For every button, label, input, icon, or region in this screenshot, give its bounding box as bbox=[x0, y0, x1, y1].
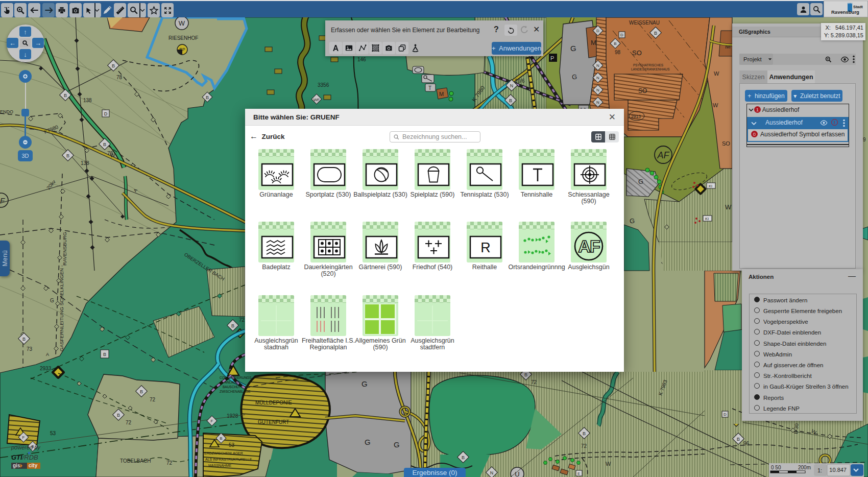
svg-text:1:: 1: bbox=[817, 467, 822, 473]
svg-text:W: W bbox=[713, 102, 718, 108]
svg-text:N: N bbox=[596, 63, 599, 68]
svg-text:F: F bbox=[22, 435, 25, 440]
svg-text:G: G bbox=[630, 217, 635, 225]
svg-text:A: A bbox=[46, 352, 49, 357]
svg-text:D: D bbox=[104, 111, 108, 116]
svg-text:B: B bbox=[231, 323, 234, 328]
svg-text:138: 138 bbox=[81, 160, 89, 166]
svg-text:B: B bbox=[654, 31, 657, 36]
svg-text:B: B bbox=[66, 153, 69, 158]
svg-text:PSYCHATRISCHES: PSYCHATRISCHES bbox=[633, 63, 664, 67]
svg-text:MASSNAHME: MASSNAHME bbox=[208, 464, 231, 467]
svg-text:72: 72 bbox=[166, 460, 173, 466]
svg-text:F: F bbox=[211, 419, 213, 423]
svg-text:G: G bbox=[361, 379, 368, 388]
svg-text:M: M bbox=[591, 39, 596, 46]
svg-text:200m: 200m bbox=[798, 465, 811, 470]
svg-text:B: B bbox=[140, 389, 143, 394]
svg-text:10/6: 10/6 bbox=[515, 78, 525, 84]
svg-text:B: B bbox=[524, 372, 527, 377]
svg-text:W: W bbox=[606, 461, 611, 467]
svg-text:LANDESKRANKENHAUS: LANDESKRANKENHAUS bbox=[631, 67, 670, 71]
svg-text:53: 53 bbox=[50, 431, 56, 436]
svg-text:B: B bbox=[64, 93, 67, 98]
svg-text:M: M bbox=[439, 91, 444, 97]
svg-text:3356: 3356 bbox=[318, 82, 329, 88]
svg-text:Ravensburg: Ravensburg bbox=[831, 9, 859, 15]
svg-text:N: N bbox=[596, 88, 599, 92]
svg-text:RIESENHOF: RIESENHOF bbox=[168, 35, 198, 41]
svg-text:BP: BP bbox=[179, 47, 185, 52]
svg-text:D: D bbox=[724, 412, 727, 417]
svg-text:78: 78 bbox=[116, 75, 123, 80]
svg-text:2913: 2913 bbox=[631, 114, 641, 119]
svg-text:B: B bbox=[509, 98, 512, 103]
svg-text:E: E bbox=[577, 471, 580, 476]
svg-text:B: B bbox=[103, 142, 106, 147]
svg-text:G: G bbox=[570, 44, 576, 53]
svg-text:72: 72 bbox=[239, 317, 245, 323]
svg-text:96: 96 bbox=[743, 441, 750, 446]
svg-text:B: B bbox=[22, 337, 26, 342]
svg-text:B: B bbox=[220, 436, 222, 441]
svg-text:WEISSENAU: WEISSENAU bbox=[629, 20, 660, 26]
svg-text:N: N bbox=[596, 100, 599, 105]
svg-text:W: W bbox=[179, 19, 185, 27]
svg-text:N: N bbox=[510, 83, 514, 88]
svg-text:GASFERNLEITUNG SCHELKLINGEN -: GASFERNLEITUNG SCHELKLINGEN - bbox=[59, 265, 64, 351]
svg-text:P: P bbox=[550, 55, 554, 61]
svg-text:ALS INFRASTRUKTURELLE: ALS INFRASTRUKTURELLE bbox=[205, 458, 252, 461]
svg-text:WF: WF bbox=[314, 98, 320, 102]
svg-text:RAVENSBURG: RAVENSBURG bbox=[62, 232, 67, 266]
svg-text:R: R bbox=[480, 240, 491, 255]
svg-text:MÜLLDEPONIE: MÜLLDEPONIE bbox=[255, 400, 292, 406]
svg-text:138: 138 bbox=[83, 98, 92, 103]
svg-text:powered by: powered by bbox=[11, 444, 41, 450]
svg-text:B: B bbox=[117, 413, 120, 418]
svg-text:AF: AF bbox=[657, 150, 669, 160]
svg-text:W: W bbox=[714, 70, 719, 77]
svg-text:SO: SO bbox=[632, 49, 642, 57]
svg-text:B: B bbox=[462, 455, 465, 460]
svg-text:T: T bbox=[428, 85, 431, 91]
svg-text:98: 98 bbox=[615, 50, 621, 55]
svg-text:Stadt: Stadt bbox=[853, 5, 863, 9]
svg-text:F: F bbox=[0, 196, 5, 205]
svg-text:KI: KI bbox=[709, 184, 712, 188]
svg-text:G: G bbox=[365, 438, 371, 446]
svg-text:0 50: 0 50 bbox=[771, 465, 781, 470]
svg-text:ZWISCHENABLAGE: ZWISCHENABLAGE bbox=[220, 390, 251, 393]
svg-text:9: 9 bbox=[863, 137, 866, 142]
svg-text:B: B bbox=[112, 63, 115, 68]
svg-text:W: W bbox=[110, 153, 115, 158]
svg-text:72: 72 bbox=[581, 443, 587, 449]
svg-text:city: city bbox=[29, 463, 38, 468]
svg-text:B: B bbox=[206, 95, 209, 100]
svg-text:10.847: 10.847 bbox=[829, 467, 847, 473]
svg-text:G: G bbox=[638, 178, 643, 185]
svg-text:ANLAGE: ANLAGE bbox=[225, 380, 238, 384]
svg-text:72: 72 bbox=[126, 420, 132, 425]
svg-text:SO: SO bbox=[638, 87, 647, 94]
svg-text:SO: SO bbox=[722, 140, 730, 147]
svg-text:B 30: B 30 bbox=[793, 423, 800, 434]
svg-text:2933: 2933 bbox=[40, 366, 52, 371]
svg-text:72: 72 bbox=[150, 397, 156, 402]
svg-text:B: B bbox=[737, 437, 740, 442]
svg-text:KI: KI bbox=[705, 217, 709, 221]
svg-text:COMPOSTIERUNGS-: COMPOSTIERUNGS- bbox=[220, 376, 253, 379]
svg-text:D: D bbox=[620, 33, 623, 37]
svg-text:W: W bbox=[725, 203, 732, 211]
svg-text:73: 73 bbox=[27, 346, 33, 352]
svg-text:ERDZWISCHENLAGER: ERDZWISCHENLAGER bbox=[204, 451, 243, 455]
svg-text:ENDO: ENDO bbox=[0, 109, 13, 114]
svg-text:53: 53 bbox=[229, 442, 235, 448]
svg-text:TOBELBACH: TOBELBACH bbox=[120, 458, 151, 464]
svg-text:gis: gis bbox=[13, 463, 20, 468]
svg-text:BAUSCHUTT: BAUSCHUTT bbox=[223, 385, 243, 389]
svg-text:B: B bbox=[583, 431, 586, 436]
svg-text:N: N bbox=[490, 470, 494, 475]
svg-text:GTI/RDB: GTI/RDB bbox=[11, 454, 38, 461]
svg-text:146: 146 bbox=[357, 57, 366, 62]
svg-text:G: G bbox=[50, 298, 54, 303]
